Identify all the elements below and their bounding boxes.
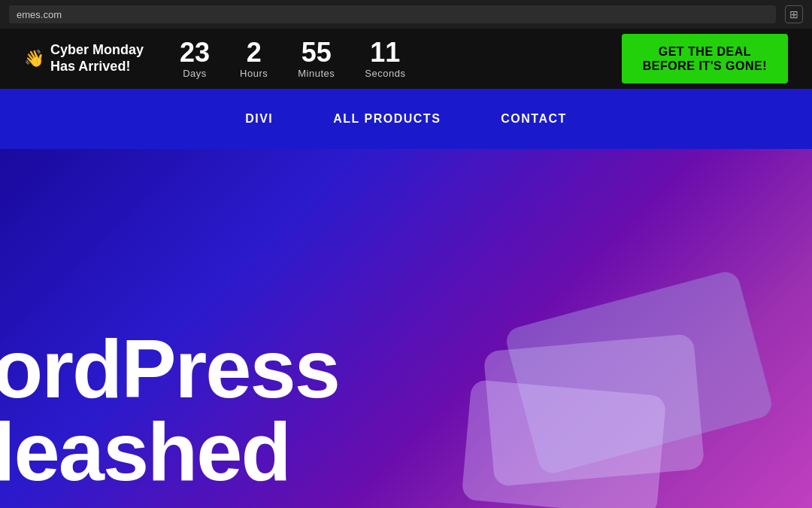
hero-text-line2: leashed [0,410,339,493]
card-shape-3 [462,379,667,508]
countdown-seconds: 11 Seconds [365,39,405,79]
nav-item-divi[interactable]: DIVI [245,112,273,126]
navigation-bar: DIVI ALL PRODUCTS CONTACT [0,89,812,149]
hero-text: ordPress leashed [0,327,339,493]
address-bar[interactable]: emes.com [9,5,776,23]
nav-item-contact[interactable]: CONTACT [501,112,567,126]
url-text: emes.com [17,9,62,20]
hero-section: ordPress leashed [0,149,812,508]
promo-headline-text: Cyber Monday Has Arrived! [50,42,144,75]
wave-emoji: 👋 [24,49,44,68]
cta-button[interactable]: GET THE DEAL BEFORE IT'S GONE! [622,34,788,84]
countdown-timer: 23 Days 2 Hours 55 Minutes 11 Seconds [180,39,405,79]
browser-chrome: emes.com ⊞ [0,0,812,29]
hero-text-line1: ordPress [0,327,339,410]
hero-decoration [459,252,812,508]
promo-banner: 👋 Cyber Monday Has Arrived! 23 Days 2 Ho… [0,29,812,89]
grid-icon[interactable]: ⊞ [785,5,803,23]
countdown-days: 23 Days [180,39,210,79]
countdown-hours: 2 Hours [240,39,268,79]
promo-headline: 👋 Cyber Monday Has Arrived! [24,42,144,75]
nav-item-all-products[interactable]: ALL PRODUCTS [333,112,441,126]
countdown-minutes: 55 Minutes [298,39,335,79]
